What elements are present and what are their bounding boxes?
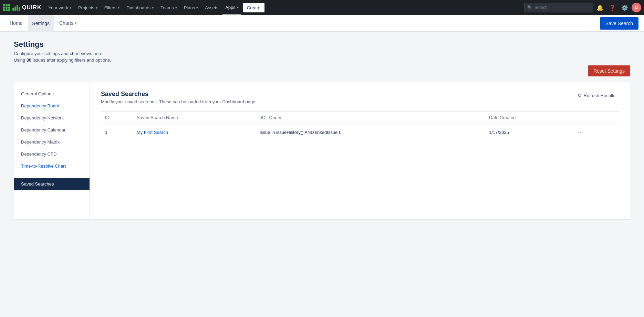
col-header-actions [572, 112, 619, 124]
logo-bars-icon [12, 4, 20, 11]
chevron-down-icon: ▾ [175, 6, 177, 10]
chevron-down-icon: ▾ [237, 6, 239, 9]
nav-teams[interactable]: Teams ▾ [158, 0, 179, 15]
content-header: Saved Searches Modify your saved searche… [101, 91, 619, 104]
reset-settings-button[interactable]: Reset Settings [588, 65, 630, 76]
content-title: Saved Searches [101, 91, 257, 98]
table-header-row: ID Saved Search Name JQL Query Date Crea… [101, 112, 619, 124]
sidebar-item-dependency-calendar[interactable]: Dependency Calendar [14, 124, 90, 136]
logo-grid-icon [3, 4, 10, 11]
reset-row: Reset Settings [14, 65, 630, 76]
nav-assets[interactable]: Assets [202, 0, 221, 15]
nav-plans[interactable]: Plans ▾ [181, 0, 201, 15]
search-icon: 🔍 [527, 5, 532, 10]
col-header-jql: JQL Query [256, 112, 485, 124]
page-subtitle-1: Configure your settings and chart views … [14, 51, 630, 56]
sidebar-item-saved-searches[interactable]: Saved Searches [14, 178, 90, 190]
row-name[interactable]: My First Search [133, 124, 256, 140]
chevron-down-icon: ▾ [96, 6, 97, 10]
content-header-text: Saved Searches Modify your saved searche… [101, 91, 257, 104]
sidebar-item-dependency-network[interactable]: Dependency Network [14, 112, 90, 124]
save-search-button[interactable]: Save Search [600, 17, 638, 30]
create-button[interactable]: Create [243, 3, 264, 12]
chevron-down-icon: ▾ [196, 6, 198, 10]
row-actions: ··· [572, 124, 619, 140]
saved-searches-table: ID Saved Search Name JQL Query Date Crea… [101, 111, 619, 140]
settings-panel: General Options Dependency Board Depende… [14, 82, 630, 220]
chevron-down-icon: ▾ [152, 6, 154, 10]
refresh-results-button[interactable]: ↻ Refresh Results [574, 91, 619, 100]
app-logo[interactable]: QUIRK [3, 4, 42, 11]
content-subtitle: Modify your saved searches. These can be… [101, 99, 257, 104]
row-id: 1 [101, 124, 133, 140]
table-header: ID Saved Search Name JQL Query Date Crea… [101, 112, 619, 124]
settings-sidebar: General Options Dependency Board Depende… [14, 82, 90, 219]
sec-nav-home[interactable]: Home [6, 15, 27, 32]
row-jql: issue in issueHistory() AND linkedIssue … [256, 124, 485, 140]
page-subtitle-2: Using 36 issues after applying filters a… [14, 57, 630, 63]
global-search[interactable]: 🔍 Search [524, 3, 593, 12]
nav-projects[interactable]: Projects ▾ [75, 0, 100, 15]
chevron-down-icon: ▾ [70, 6, 71, 10]
nav-dashboards[interactable]: Dashboards ▾ [124, 0, 156, 15]
sidebar-divider [14, 175, 90, 175]
chevron-down-icon: ▾ [75, 21, 76, 25]
col-header-date: Date Created [485, 112, 572, 124]
secondary-navigation: Home Settings Charts ▾ Save Search [0, 15, 644, 32]
help-icon[interactable]: ❓ [607, 2, 618, 13]
settings-content-area: Saved Searches Modify your saved searche… [90, 82, 630, 219]
top-navigation: QUIRK Your work ▾ Projects ▾ Filters ▾ D… [0, 0, 644, 15]
sec-nav-settings[interactable]: Settings [28, 15, 54, 32]
settings-icon[interactable]: ⚙️ [619, 2, 630, 13]
page-title: Settings [14, 40, 630, 49]
table-row: 1 My First Search issue in issueHistory(… [101, 124, 619, 140]
main-content: Settings Configure your settings and cha… [0, 32, 644, 317]
nav-your-work[interactable]: Your work ▾ [46, 0, 74, 15]
avatar[interactable]: U [632, 3, 641, 12]
col-header-id: ID [101, 112, 133, 124]
nav-apps[interactable]: Apps ▾ [222, 0, 241, 15]
nav-filters[interactable]: Filters ▾ [102, 0, 122, 15]
notifications-icon[interactable]: 🔔 [594, 2, 605, 13]
sidebar-item-dependency-matrix[interactable]: Dependency Matrix [14, 136, 90, 148]
chevron-down-icon: ▾ [118, 6, 120, 10]
col-header-name: Saved Search Name [133, 112, 256, 124]
table-body: 1 My First Search issue in issueHistory(… [101, 124, 619, 140]
refresh-icon: ↻ [578, 93, 582, 98]
sidebar-item-general-options[interactable]: General Options [14, 88, 90, 100]
row-date: 1/17/2025 [485, 124, 572, 140]
sidebar-item-time-to-resolve[interactable]: Time-to-Resolve Chart [14, 160, 90, 172]
sec-nav-charts[interactable]: Charts ▾ [55, 15, 81, 32]
sidebar-item-dependency-cfd[interactable]: Dependency CFD [14, 148, 90, 160]
logo-text: QUIRK [22, 4, 42, 11]
row-more-button[interactable]: ··· [576, 128, 586, 136]
sidebar-item-dependency-board[interactable]: Dependency Board [14, 100, 90, 112]
